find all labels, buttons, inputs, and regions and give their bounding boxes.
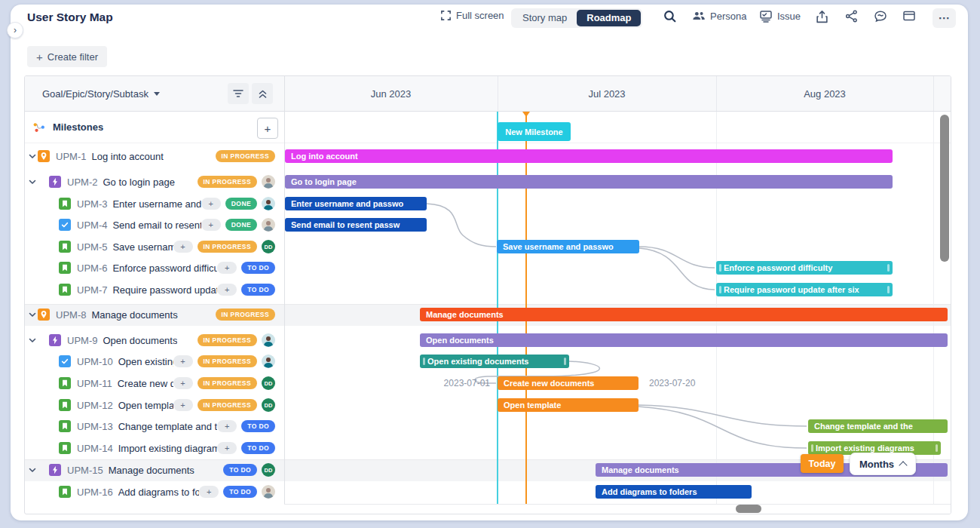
avatar[interactable] [262,197,275,210]
add-milestone-button[interactable]: + [257,118,278,139]
add-child-button[interactable]: + [173,399,193,411]
gantt-bar[interactable]: Send email to resent passw [285,218,427,232]
issue-row-upm-6[interactable]: UPM-6Enforce password difficulty+TO DO [25,257,284,278]
issue-row-upm-15[interactable]: UPM-15Manage documentsTO DODD [25,459,284,480]
avatar[interactable] [262,218,275,232]
expand-chevron-icon[interactable] [29,468,36,473]
add-child-button[interactable]: + [173,355,193,367]
layout-card-button[interactable] [902,10,916,22]
status-badge[interactable]: IN PROGRESS [198,334,257,346]
issue-button[interactable]: Issue [759,10,801,23]
avatar[interactable]: DD [262,463,275,477]
expand-chevron-icon[interactable] [29,312,36,318]
gantt-bar[interactable]: Change template and the [808,419,948,433]
status-badge[interactable]: TO DO [241,262,275,274]
status-badge[interactable]: DONE [225,219,257,231]
milestones-row[interactable]: Milestones + [25,112,284,143]
story-type-icon [59,241,71,253]
tab-story-map[interactable]: Story map [513,10,577,26]
gantt-bar[interactable]: Open documents [420,333,948,347]
issue-row-upm-11[interactable]: UPM-11Create new d...+IN PROGRESSDD [25,373,284,394]
gantt-bar[interactable]: Manage documents [420,308,948,321]
gantt-bar[interactable]: Enter username and passwo [285,197,427,210]
grouping-selector[interactable]: Goal/Epic/Story/Subtask [42,88,160,100]
issue-row-upm-12[interactable]: UPM-12Open template+IN PROGRESSDD [25,394,284,416]
issue-row-upm-8[interactable]: UPM-8Manage documentsIN PROGRESS [25,304,284,325]
issue-row-upm-5[interactable]: UPM-5Save usernam...+IN PROGRESSDD [25,236,284,257]
status-badge[interactable]: DONE [225,198,257,210]
tab-roadmap[interactable]: Roadmap [577,10,641,26]
status-badge[interactable]: TO DO [241,442,275,454]
avatar[interactable]: DD [262,240,275,253]
gantt-bar[interactable]: Require password update after six [716,283,893,296]
card-icon [902,10,916,22]
expand-chevron-icon[interactable] [29,180,36,185]
avatar[interactable] [262,485,275,499]
add-child-button[interactable]: + [201,219,221,231]
add-child-button[interactable]: + [201,198,221,210]
gantt-bar[interactable]: Open existing documents [420,355,569,368]
search-button[interactable] [663,9,677,23]
avatar[interactable] [262,175,275,189]
panel-expand-button[interactable]: › [7,22,23,38]
issue-row-upm-4[interactable]: UPM-4Send email to resent ...+DONE [25,214,284,235]
status-badge[interactable]: IN PROGRESS [198,355,257,367]
add-child-button[interactable]: + [173,377,193,389]
status-badge[interactable]: TO DO [223,464,257,476]
avatar[interactable]: DD [262,376,275,390]
add-child-button[interactable]: + [217,420,237,432]
status-badge[interactable]: IN PROGRESS [198,176,257,188]
horizontal-scrollbar-thumb[interactable] [736,505,761,513]
avatar[interactable] [262,355,275,368]
status-badge[interactable]: IN PROGRESS [198,377,257,389]
zoom-level-button[interactable]: Months [850,453,916,475]
filter-button[interactable] [228,83,249,104]
collapse-all-button[interactable] [252,83,273,104]
issue-row-upm-16[interactable]: UPM-16Add diagrams to fol...+TO DO [25,481,284,502]
add-child-button[interactable]: + [217,262,237,274]
issue-row-upm-14[interactable]: UPM-14Import existing diagrams+TO DO [25,437,284,459]
gantt-bar[interactable]: Create new documents [498,376,639,390]
issue-row-upm-10[interactable]: UPM-10Open existing...+IN PROGRESS [25,351,284,372]
share-icon[interactable] [845,10,858,23]
export-button[interactable] [816,10,828,23]
status-badge[interactable]: TO DO [241,420,275,432]
issue-row-upm-3[interactable]: UPM-3Enter username and ...+DONE [25,193,284,214]
status-badge[interactable]: IN PROGRESS [198,241,257,253]
status-badge[interactable]: TO DO [223,486,257,498]
status-badge[interactable]: IN PROGRESS [216,309,275,321]
status-badge[interactable]: IN PROGRESS [198,399,257,411]
gantt-bar[interactable]: Go to login page [285,175,893,189]
issue-row-upm-7[interactable]: UPM-7Require password updat...+TO DO [25,279,284,300]
issue-row-upm-13[interactable]: UPM-13Change template and t...+TO DO [25,416,284,437]
fullscreen-button[interactable]: Full screen [440,10,504,21]
gantt-bar[interactable]: Add diagrams to folders [596,485,752,499]
month-header-1: Jul 2023 [498,76,717,111]
avatar[interactable]: DD [262,398,275,412]
status-badge[interactable]: IN PROGRESS [216,150,275,162]
comment-button[interactable] [874,10,887,23]
issue-row-upm-2[interactable]: UPM-2Go to login pageIN PROGRESS [25,171,284,192]
persona-button[interactable]: Persona [692,10,746,22]
gantt-bar[interactable]: Enforce password difficulty [716,261,893,275]
milestone-tag[interactable]: New Milestone [498,122,571,141]
today-button[interactable]: Today [801,454,844,473]
gantt-bar[interactable]: Save username and passwo [497,240,639,253]
add-child-button[interactable]: + [217,284,237,296]
gantt-bar[interactable]: Open template [498,398,639,412]
issue-icon [759,10,773,23]
expand-chevron-icon[interactable] [29,154,36,159]
issue-row-upm-9[interactable]: UPM-9Open documentsIN PROGRESS [25,330,284,351]
add-child-button[interactable]: + [173,241,193,253]
add-child-button[interactable]: + [217,442,237,454]
goal-type-icon [38,150,50,162]
status-badge[interactable]: TO DO [241,284,275,296]
create-filter-button[interactable]: + Create filter [27,46,107,67]
add-child-button[interactable]: + [199,486,219,498]
avatar[interactable] [262,333,275,347]
issue-row-upm-1[interactable]: UPM-1Log into accountIN PROGRESS [25,146,284,167]
more-button[interactable]: ⋯ [933,8,956,28]
gantt-bar[interactable]: Log into account [285,149,893,163]
vertical-scrollbar-thumb[interactable] [940,115,949,262]
expand-chevron-icon[interactable] [29,338,36,343]
